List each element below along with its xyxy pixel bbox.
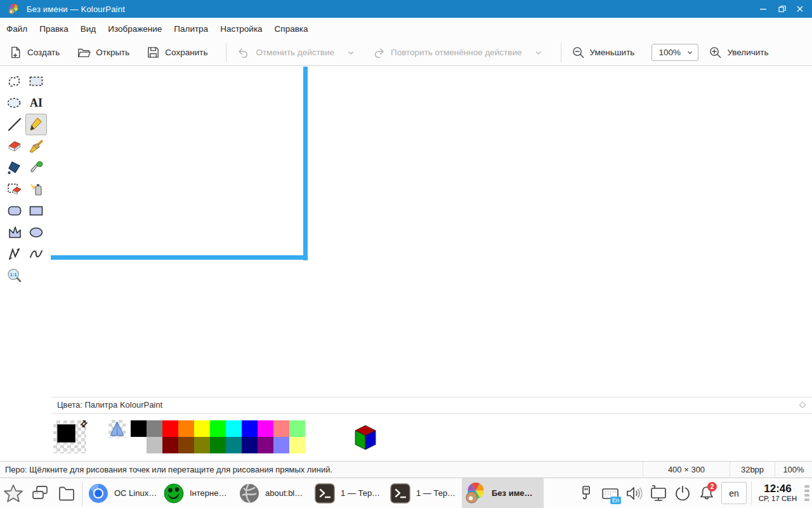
menu-colors[interactable]: Палитра [174,24,208,34]
palette-color-cell[interactable] [147,420,162,437]
foreground-color-swatch[interactable] [57,424,75,443]
transparent-color-cell[interactable] [108,420,126,438]
menu-image[interactable]: Изображение [108,24,162,34]
tool-brush[interactable] [25,135,47,157]
keyboard-layout-switcher[interactable]: en [721,482,747,504]
save-button[interactable]: Сохранить [147,46,207,59]
status-message: Перо: Щёлкните для рисования точек или п… [0,465,643,474]
green-smiley-icon [163,483,185,504]
menu-help[interactable]: Справка [275,24,308,34]
palette-color-cell[interactable] [178,437,194,453]
swap-colors-icon[interactable]: ⇄ [77,417,90,430]
tool-rectangular-selection[interactable] [25,70,47,92]
tool-pen[interactable] [25,114,47,135]
dock-float-icon[interactable]: ◇ [799,399,806,409]
task-terminal-2[interactable]: 1 — Тер… [386,478,462,508]
palette-color-cell[interactable] [131,420,147,437]
zoom-out-icon [572,46,585,59]
palette-color-cell[interactable] [289,437,305,453]
restore-button[interactable] [773,0,792,18]
undo-dropdown-chevron-icon[interactable] [347,49,355,57]
redo-button[interactable]: Повторить отменённое действие [372,46,542,60]
palette-color-cell[interactable] [242,420,258,437]
palette-color-cell[interactable] [258,420,273,437]
palette-color-cell[interactable] [162,420,178,437]
undo-button[interactable]: Отменить действие [237,46,355,60]
palette-color-cell[interactable] [210,437,226,453]
tool-flood-fill[interactable] [4,157,25,178]
palette-color-cell[interactable] [131,437,147,453]
file-manager-folder-icon[interactable] [53,479,80,507]
tool-color-picker[interactable] [25,157,47,178]
canvas-area[interactable]: AI [0,66,812,398]
color-similarity-cube-icon[interactable] [352,422,379,452]
rectangular-selection-icon [28,73,44,90]
color-swatch-dual[interactable]: ⇄ [53,420,86,453]
menu-settings[interactable]: Настройка [220,24,262,34]
palette-color-cell[interactable] [194,437,210,453]
palette-color-cell[interactable] [258,437,273,453]
keyboard-layout-icon[interactable]: En [598,479,622,507]
palette-color-cell[interactable] [194,420,210,437]
palette-color-cell[interactable] [242,437,258,453]
color-dock-titlebar[interactable]: Цвета: Палитра KolourPaint ◇ [0,398,812,413]
zoom-out-button[interactable]: Уменьшить [572,46,635,59]
tool-zoom[interactable]: 1:1 [4,265,25,286]
task-kolourpaint[interactable]: Без име… [462,478,544,508]
tool-free-form-selection[interactable] [4,70,25,92]
task-terminal-1[interactable]: 1 — Тер… [311,478,386,508]
tool-rounded-rectangle[interactable] [4,200,25,222]
tool-elliptical-selection[interactable] [4,92,25,114]
tray-separator [751,481,752,505]
notifications-bell-icon[interactable]: 2 [695,479,719,507]
power-session-icon[interactable] [671,479,695,507]
palette-color-cell[interactable] [162,437,178,453]
new-button[interactable]: Создать [9,46,60,59]
close-button[interactable] [790,0,809,18]
palette-color-cell[interactable] [226,420,242,437]
tool-polygon[interactable] [4,222,25,243]
volume-icon[interactable] [622,479,646,507]
connected-lines-icon [6,246,23,262]
zoom-in-button[interactable]: Увеличить [709,46,768,59]
task-chromium[interactable]: ОС Linux… [84,478,160,508]
save-icon [147,46,160,59]
palette-color-cell[interactable] [147,437,162,453]
palette-color-cell[interactable] [210,420,226,437]
task-smiley[interactable]: Інтерне… [160,478,235,508]
palette-color-cell[interactable] [289,420,305,437]
tool-spray-can[interactable] [25,178,47,200]
undo-button-label: Отменить действие [256,48,334,57]
redo-dropdown-chevron-icon[interactable] [535,49,542,57]
status-zoom: 100% [775,462,812,478]
palette-color-cell[interactable] [178,420,194,437]
palette-color-cell[interactable] [273,437,289,453]
app-launcher-star-icon[interactable] [0,479,27,507]
menu-view[interactable]: Вид [81,24,96,34]
clock[interactable]: 12:46 СР, 17 СЕН [754,483,802,503]
usb-device-icon[interactable] [574,479,598,507]
palette-color-cell[interactable] [226,437,242,453]
menu-edit[interactable]: Правка [39,24,69,34]
minimize-button[interactable] [754,0,773,18]
menu-file[interactable]: Файл [6,24,27,34]
task-browser-blank[interactable]: about:bl… [235,478,311,508]
status-doc-size: 400 × 300 [643,462,730,478]
tool-curve[interactable] [25,243,47,265]
tool-rectangle[interactable] [25,200,47,222]
panel-handle[interactable] [802,479,812,507]
tool-connected-lines[interactable] [4,243,25,265]
wired-network-icon[interactable] [646,479,671,507]
curve-icon [28,246,44,262]
zoom-level-select[interactable]: 100% [652,44,698,61]
open-button[interactable]: Открыть [77,46,129,60]
window-pager-icon[interactable] [27,479,53,507]
tool-eraser[interactable] [4,135,25,157]
titlebar[interactable]: Без имени — KolourPaint [0,0,812,18]
tool-ellipse[interactable] [25,222,47,243]
tool-text[interactable]: AI [25,92,47,114]
tool-line[interactable] [4,114,25,135]
palette-color-cell[interactable] [273,420,289,437]
toolbar-separator [561,43,561,62]
tool-color-eraser[interactable] [4,178,25,200]
